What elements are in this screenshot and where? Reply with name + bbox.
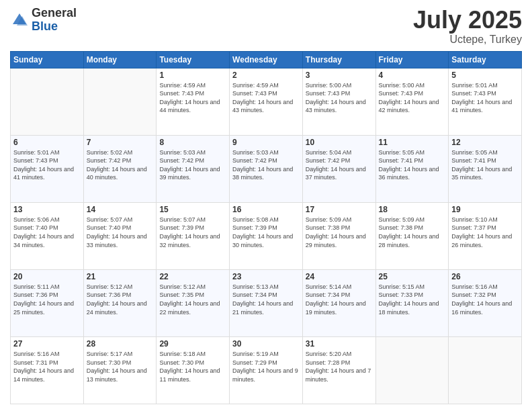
- calendar-cell: 30Sunrise: 5:19 AMSunset: 7:29 PMDayligh…: [230, 336, 303, 404]
- day-number: 19: [451, 205, 519, 214]
- day-number: 28: [87, 339, 154, 349]
- calendar-cell: [375, 336, 449, 404]
- day-info: Sunrise: 5:09 AMSunset: 7:38 PMDaylight:…: [379, 216, 446, 249]
- day-info: Sunrise: 5:16 AMSunset: 7:31 PMDaylight:…: [13, 350, 81, 383]
- calendar-cell: 2Sunrise: 4:59 AMSunset: 7:43 PMDaylight…: [230, 68, 303, 135]
- day-info: Sunrise: 5:00 AMSunset: 7:43 PMDaylight:…: [306, 81, 373, 115]
- day-info: Sunrise: 5:01 AMSunset: 7:43 PMDaylight:…: [13, 148, 81, 182]
- day-info: Sunrise: 5:07 AMSunset: 7:39 PMDaylight:…: [159, 216, 226, 249]
- day-number: 18: [379, 205, 446, 214]
- logo: General Blue: [10, 7, 77, 34]
- title-month: July 2025: [413, 7, 522, 34]
- day-info: Sunrise: 5:02 AMSunset: 7:42 PMDaylight:…: [87, 148, 154, 182]
- calendar-cell: 3Sunrise: 5:00 AMSunset: 7:43 PMDaylight…: [302, 68, 375, 135]
- day-info: Sunrise: 5:08 AMSunset: 7:39 PMDaylight:…: [232, 216, 300, 249]
- day-info: Sunrise: 5:17 AMSunset: 7:30 PMDaylight:…: [87, 350, 154, 383]
- day-number: 24: [306, 272, 373, 281]
- calendar-cell: 22Sunrise: 5:12 AMSunset: 7:35 PMDayligh…: [157, 269, 230, 336]
- day-info: Sunrise: 5:16 AMSunset: 7:32 PMDaylight:…: [451, 283, 519, 316]
- calendar-cell: 18Sunrise: 5:09 AMSunset: 7:38 PMDayligh…: [375, 202, 449, 269]
- day-info: Sunrise: 5:12 AMSunset: 7:35 PMDaylight:…: [159, 283, 226, 316]
- day-number: 11: [379, 138, 446, 147]
- day-number: 4: [379, 71, 446, 80]
- day-header-sunday: Sunday: [11, 51, 84, 68]
- page: General Blue July 2025 Uctepe, Turkey Su…: [0, 0, 532, 411]
- calendar-cell: 17Sunrise: 5:09 AMSunset: 7:38 PMDayligh…: [302, 202, 375, 269]
- day-number: 15: [159, 205, 226, 214]
- day-number: 26: [451, 272, 519, 281]
- day-info: Sunrise: 5:13 AMSunset: 7:34 PMDaylight:…: [232, 283, 300, 316]
- day-number: 21: [87, 272, 154, 281]
- day-info: Sunrise: 5:03 AMSunset: 7:42 PMDaylight:…: [232, 148, 300, 182]
- calendar-week-row: 1Sunrise: 4:59 AMSunset: 7:43 PMDaylight…: [11, 68, 522, 135]
- day-info: Sunrise: 5:05 AMSunset: 7:41 PMDaylight:…: [451, 148, 519, 182]
- calendar-cell: 7Sunrise: 5:02 AMSunset: 7:42 PMDaylight…: [83, 135, 157, 202]
- calendar-week-row: 6Sunrise: 5:01 AMSunset: 7:43 PMDaylight…: [11, 135, 522, 202]
- day-number: 16: [232, 205, 300, 214]
- day-header-friday: Friday: [375, 51, 449, 68]
- calendar-cell: 24Sunrise: 5:14 AMSunset: 7:34 PMDayligh…: [302, 269, 375, 336]
- day-number: 30: [232, 339, 300, 349]
- calendar-cell: 4Sunrise: 5:00 AMSunset: 7:43 PMDaylight…: [375, 68, 449, 135]
- day-number: 23: [232, 272, 300, 281]
- logo-general-label: General: [32, 7, 77, 20]
- calendar-cell: 20Sunrise: 5:11 AMSunset: 7:36 PMDayligh…: [11, 269, 84, 336]
- day-number: 25: [379, 272, 446, 281]
- calendar-cell: 19Sunrise: 5:10 AMSunset: 7:37 PMDayligh…: [449, 202, 522, 269]
- day-header-thursday: Thursday: [302, 51, 375, 68]
- day-number: 29: [159, 339, 226, 349]
- calendar-week-row: 13Sunrise: 5:06 AMSunset: 7:40 PMDayligh…: [11, 202, 522, 269]
- calendar-cell: 31Sunrise: 5:20 AMSunset: 7:28 PMDayligh…: [302, 336, 375, 404]
- day-info: Sunrise: 5:18 AMSunset: 7:30 PMDaylight:…: [159, 350, 226, 383]
- day-header-saturday: Saturday: [449, 51, 522, 68]
- calendar-cell: [449, 336, 522, 404]
- day-info: Sunrise: 5:09 AMSunset: 7:38 PMDaylight:…: [306, 216, 373, 249]
- day-info: Sunrise: 5:07 AMSunset: 7:40 PMDaylight:…: [87, 216, 154, 249]
- day-number: 27: [13, 339, 81, 349]
- calendar-cell: [83, 68, 157, 135]
- day-info: Sunrise: 5:10 AMSunset: 7:37 PMDaylight:…: [451, 216, 519, 249]
- day-info: Sunrise: 5:04 AMSunset: 7:42 PMDaylight:…: [306, 148, 373, 182]
- day-number: 31: [306, 339, 373, 349]
- day-number: 13: [13, 205, 81, 214]
- calendar-cell: 28Sunrise: 5:17 AMSunset: 7:30 PMDayligh…: [83, 336, 157, 404]
- logo-icon: [10, 11, 29, 30]
- day-number: 17: [306, 205, 373, 214]
- calendar-cell: 10Sunrise: 5:04 AMSunset: 7:42 PMDayligh…: [302, 135, 375, 202]
- day-number: 1: [159, 71, 226, 80]
- calendar-cell: 6Sunrise: 5:01 AMSunset: 7:43 PMDaylight…: [11, 135, 84, 202]
- calendar-cell: 27Sunrise: 5:16 AMSunset: 7:31 PMDayligh…: [11, 336, 84, 404]
- title-location: Uctepe, Turkey: [413, 34, 522, 46]
- calendar-table: SundayMondayTuesdayWednesdayThursdayFrid…: [10, 51, 522, 404]
- day-info: Sunrise: 5:05 AMSunset: 7:41 PMDaylight:…: [379, 148, 446, 182]
- day-info: Sunrise: 5:06 AMSunset: 7:40 PMDaylight:…: [13, 216, 81, 249]
- calendar-week-row: 27Sunrise: 5:16 AMSunset: 7:31 PMDayligh…: [11, 336, 522, 404]
- day-number: 2: [232, 71, 300, 80]
- calendar-cell: 29Sunrise: 5:18 AMSunset: 7:30 PMDayligh…: [157, 336, 230, 404]
- day-number: 14: [87, 205, 154, 214]
- day-header-wednesday: Wednesday: [230, 51, 303, 68]
- logo-text: General Blue: [32, 7, 77, 34]
- day-header-monday: Monday: [83, 51, 157, 68]
- day-number: 20: [13, 272, 81, 281]
- title-block: July 2025 Uctepe, Turkey: [413, 7, 522, 46]
- day-number: 7: [87, 138, 154, 147]
- calendar-cell: 1Sunrise: 4:59 AMSunset: 7:43 PMDaylight…: [157, 68, 230, 135]
- header: General Blue July 2025 Uctepe, Turkey: [10, 7, 522, 46]
- day-number: 8: [159, 138, 226, 147]
- calendar-cell: [11, 68, 84, 135]
- calendar-cell: 11Sunrise: 5:05 AMSunset: 7:41 PMDayligh…: [375, 135, 449, 202]
- calendar-week-row: 20Sunrise: 5:11 AMSunset: 7:36 PMDayligh…: [11, 269, 522, 336]
- calendar-cell: 23Sunrise: 5:13 AMSunset: 7:34 PMDayligh…: [230, 269, 303, 336]
- day-info: Sunrise: 4:59 AMSunset: 7:43 PMDaylight:…: [159, 81, 226, 115]
- calendar-cell: 12Sunrise: 5:05 AMSunset: 7:41 PMDayligh…: [449, 135, 522, 202]
- day-number: 6: [13, 138, 81, 147]
- day-info: Sunrise: 5:14 AMSunset: 7:34 PMDaylight:…: [306, 283, 373, 316]
- calendar-cell: 25Sunrise: 5:15 AMSunset: 7:33 PMDayligh…: [375, 269, 449, 336]
- day-info: Sunrise: 5:00 AMSunset: 7:43 PMDaylight:…: [379, 81, 446, 115]
- day-number: 12: [451, 138, 519, 147]
- calendar-cell: 21Sunrise: 5:12 AMSunset: 7:36 PMDayligh…: [83, 269, 157, 336]
- day-info: Sunrise: 5:03 AMSunset: 7:42 PMDaylight:…: [159, 148, 226, 182]
- day-info: Sunrise: 5:01 AMSunset: 7:43 PMDaylight:…: [451, 81, 519, 115]
- calendar-cell: 26Sunrise: 5:16 AMSunset: 7:32 PMDayligh…: [449, 269, 522, 336]
